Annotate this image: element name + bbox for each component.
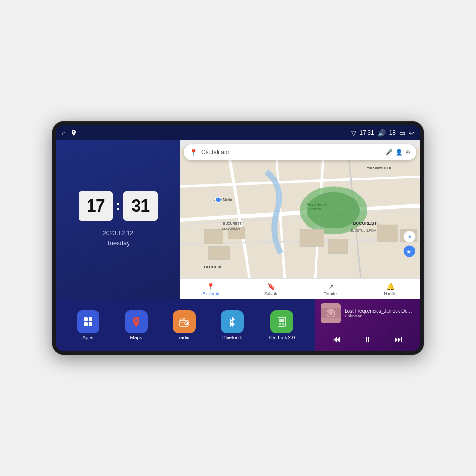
apps-icon <box>77 310 99 333</box>
volume-level: 18 <box>389 129 396 136</box>
app-item-carlink[interactable]: Car Link 2.0 <box>269 310 295 340</box>
map-search-bar[interactable]: 📍 Căutați aici 🎤 👤 ⊛ <box>184 144 416 160</box>
device-body: ⌂ ▽ 17:31 🔊 18 ▭ ↩ <box>52 121 424 355</box>
app-label-bluetooth: Bluetooth <box>222 335 242 340</box>
app-item-apps[interactable]: Apps <box>77 310 99 340</box>
svg-text:FM: FM <box>180 317 185 321</box>
news-icon: 🔔 <box>387 283 395 290</box>
map-nav-news[interactable]: 🔔 Noutăți <box>384 283 397 296</box>
clock-date: 2023.12.12 Tuesday <box>102 228 133 248</box>
svg-text:BERCENI: BERCENI <box>204 265 221 269</box>
map-nav-explore[interactable]: 📍 Explorați <box>202 283 219 296</box>
radio-icon: FM <box>173 310 196 333</box>
prev-button[interactable]: ⏮ <box>328 333 345 346</box>
app-item-radio[interactable]: FM radio <box>173 310 196 340</box>
svg-point-50 <box>328 309 333 315</box>
svg-text:★: ★ <box>407 249 411 255</box>
app-label-carlink: Car Link 2.0 <box>269 335 295 340</box>
top-section: 17 : 31 2023.12.12 Tuesday 📍 Căutați aic… <box>56 140 420 299</box>
svg-point-39 <box>186 323 187 324</box>
send-icon: ↗ <box>328 283 334 290</box>
map-nav-send[interactable]: ↗ Trimiteți <box>324 283 339 296</box>
svg-rect-14 <box>300 229 324 246</box>
next-button[interactable]: ⏭ <box>390 333 407 346</box>
music-thumbnail <box>321 303 341 323</box>
svg-rect-15 <box>328 239 347 253</box>
map-panel[interactable]: 📍 Căutați aici 🎤 👤 ⊛ <box>180 140 420 299</box>
svg-rect-44 <box>279 323 281 325</box>
maps-status-icon[interactable] <box>70 129 77 136</box>
svg-rect-16 <box>377 225 398 241</box>
mic-icon[interactable]: 🎤 <box>386 149 393 156</box>
bottom-section: Apps Maps <box>56 299 420 351</box>
svg-rect-11 <box>204 229 223 244</box>
music-artist: Unknown <box>345 314 414 318</box>
carlink-icon <box>270 310 293 333</box>
signal-icon: ▽ <box>351 129 356 137</box>
svg-rect-40 <box>181 322 184 323</box>
svg-text:Parcul Natural: Parcul Natural <box>307 203 327 206</box>
svg-rect-34 <box>89 317 92 321</box>
svg-rect-35 <box>84 322 88 326</box>
svg-rect-43 <box>279 319 284 322</box>
map-nav-explore-label: Explorați <box>202 291 219 296</box>
map-search-text: Căutați aici <box>201 149 382 156</box>
svg-rect-45 <box>282 323 284 325</box>
bluetooth-icon <box>221 310 244 333</box>
svg-point-28 <box>216 197 221 203</box>
map-nav-news-label: Noutăți <box>384 291 397 296</box>
music-text: Lost Frequencies_Janieck Devy-... Unknow… <box>345 308 414 318</box>
account-icon[interactable]: 👤 <box>396 149 403 156</box>
svg-text:SECTORUL 4: SECTORUL 4 <box>222 228 240 230</box>
svg-text:TRAPEZULUI: TRAPEZULUI <box>367 166 391 170</box>
svg-rect-13 <box>208 246 230 259</box>
map-bottom-nav: 📍 Explorați 🔖 Salvate ↗ Trimiteți 🔔 <box>180 278 420 299</box>
saved-icon: 🔖 <box>268 283 276 290</box>
back-icon[interactable]: ↩ <box>409 129 414 137</box>
map-nav-saved-label: Salvate <box>264 291 278 296</box>
svg-text:BUCUREȘTI: BUCUREȘTI <box>223 222 243 226</box>
clock-display: 17 : 31 <box>79 191 158 221</box>
svg-text:BUCUREȘTI: BUCUREȘTI <box>353 221 378 226</box>
map-search-actions: 🎤 👤 ⊛ <box>386 149 410 156</box>
main-content: 17 : 31 2023.12.12 Tuesday 📍 Căutați aic… <box>56 140 420 351</box>
map-nav-saved[interactable]: 🔖 Salvate <box>264 283 278 296</box>
app-label-apps: Apps <box>82 335 93 340</box>
app-label-maps: Maps <box>130 335 142 340</box>
play-pause-button[interactable]: ⏸ <box>359 333 376 346</box>
status-right: ▽ 17:31 🔊 18 ▭ ↩ <box>351 129 414 137</box>
music-thumb-art <box>321 303 341 323</box>
status-left: ⌂ <box>62 129 77 137</box>
map-nav-send-label: Trimiteți <box>324 291 339 296</box>
svg-rect-33 <box>84 317 88 321</box>
svg-text:⊕: ⊕ <box>407 234 411 239</box>
app-item-maps[interactable]: Maps <box>125 310 148 340</box>
app-label-radio: radio <box>179 335 189 340</box>
clock-hours: 17 <box>79 191 113 221</box>
status-time: 17:31 <box>360 129 374 136</box>
clock-panel: 17 : 31 2023.12.12 Tuesday <box>56 140 180 299</box>
map-pin-icon: 📍 <box>189 149 198 156</box>
home-icon[interactable]: ⌂ <box>62 129 66 137</box>
music-controls: ⏮ ⏸ ⏭ <box>321 332 414 347</box>
svg-text:Văcărești: Văcărești <box>308 208 322 211</box>
music-title: Lost Frequencies_Janieck Devy-... <box>345 308 414 314</box>
app-item-bluetooth[interactable]: Bluetooth <box>221 310 244 340</box>
battery-icon: ▭ <box>399 129 405 137</box>
clock-minutes: 31 <box>123 191 158 221</box>
music-info: Lost Frequencies_Janieck Devy-... Unknow… <box>321 303 414 323</box>
clock-colon: : <box>116 197 121 214</box>
map-background: TRAPEZULUI BUCUREȘTI JUDEȚUL ILFOV BERCE… <box>180 140 420 299</box>
device-screen: ⌂ ▽ 17:31 🔊 18 ▭ ↩ <box>56 125 420 351</box>
maps-icon <box>125 310 148 333</box>
apps-section: Apps Maps <box>56 299 315 351</box>
music-player: Lost Frequencies_Janieck Devy-... Unknow… <box>315 299 420 351</box>
svg-rect-36 <box>89 322 92 326</box>
volume-icon: 🔊 <box>378 129 386 137</box>
layers-icon[interactable]: ⊛ <box>406 149 410 156</box>
status-bar: ⌂ ▽ 17:31 🔊 18 ▭ ↩ <box>56 125 420 140</box>
explore-icon: 📍 <box>207 283 215 290</box>
svg-text:JUDEȚUL ILFOV: JUDEȚUL ILFOV <box>350 229 376 233</box>
